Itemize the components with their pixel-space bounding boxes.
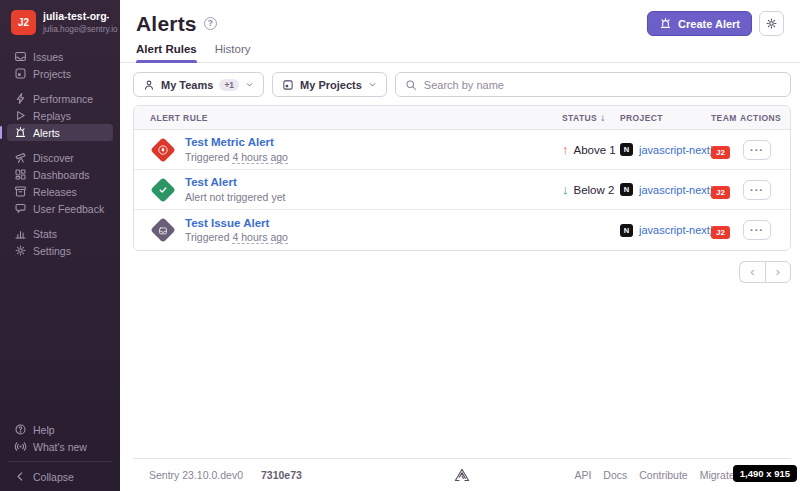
row-actions-button[interactable]: ···	[743, 140, 771, 160]
replays-icon	[14, 109, 27, 122]
bar-chart-icon	[14, 227, 27, 240]
issue-alert-icon	[150, 217, 176, 243]
project-link[interactable]: javascript-nextjs	[639, 184, 718, 196]
pagination: ‹ ›	[133, 261, 791, 283]
help-icon	[14, 423, 27, 436]
sidebar-item-discover[interactable]: Discover	[7, 149, 113, 166]
trend-down-icon: ↓	[562, 183, 569, 196]
gear-icon	[765, 17, 778, 30]
table-row: Test Alert Alert not triggered yet ↓ Bel…	[134, 170, 790, 210]
next-page-button[interactable]: ›	[765, 261, 791, 283]
org-name: julia-test-org-2 …	[43, 10, 109, 22]
sidebar-item-replays[interactable]: Replays	[7, 107, 113, 124]
sidebar-item-whats-new[interactable]: What's new	[7, 438, 113, 455]
page-title: Alerts	[136, 12, 197, 36]
footer-link-docs[interactable]: Docs	[603, 469, 627, 481]
main-content: Alerts ? Create Alert Alert Rules Histor…	[120, 0, 800, 491]
sidebar-item-label: Releases	[33, 186, 77, 198]
column-header-actions: ACTIONS	[740, 113, 774, 123]
alert-rule-link[interactable]: Test Alert	[185, 175, 285, 189]
metric-alert-critical-icon	[150, 137, 176, 163]
project-icon	[282, 79, 294, 91]
team-cell: J2	[711, 141, 740, 159]
sidebar-item-label: Collapse	[33, 471, 74, 483]
sidebar-item-performance[interactable]: Performance	[7, 90, 113, 107]
settings-gear-button[interactable]	[759, 11, 784, 36]
sidebar-item-label: Discover	[33, 152, 74, 164]
telescope-icon	[14, 151, 27, 164]
alert-rule-status-text: Triggered 4 hours ago	[185, 231, 288, 244]
create-alert-label: Create Alert	[678, 18, 740, 30]
siren-icon	[14, 126, 27, 139]
team-badge[interactable]: J2	[711, 186, 730, 199]
previous-page-button[interactable]: ‹	[739, 261, 765, 283]
project-link[interactable]: javascript-nextjs	[639, 224, 718, 236]
gear-icon	[14, 244, 27, 257]
alert-rule-status-text: Alert not triggered yet	[185, 191, 285, 204]
help-icon[interactable]: ?	[204, 17, 217, 30]
releases-icon	[14, 185, 27, 198]
project-link[interactable]: javascript-nextjs	[639, 144, 718, 156]
sidebar-divider	[8, 461, 112, 462]
nextjs-platform-icon: N	[620, 224, 633, 237]
nextjs-platform-icon: N	[620, 183, 633, 196]
team-badge[interactable]: J2	[711, 226, 730, 239]
sidebar-item-collapse[interactable]: Collapse	[7, 468, 113, 485]
trend-up-icon: ↑	[562, 143, 569, 156]
sidebar-item-label: User Feedback	[33, 203, 104, 215]
column-header-status[interactable]: STATUS ↓	[562, 112, 620, 123]
sort-descending-icon: ↓	[600, 112, 605, 123]
sidebar-item-label: Dashboards	[33, 169, 90, 181]
sidebar-item-settings[interactable]: Settings	[7, 242, 113, 259]
sidebar-item-issues[interactable]: Issues	[7, 48, 113, 65]
sidebar-item-dashboards[interactable]: Dashboards	[7, 166, 113, 183]
project-cell: N javascript-nextjs	[620, 183, 711, 196]
status-cell: ↓ Below 2	[562, 183, 620, 196]
my-teams-filter-button[interactable]: My Teams +1	[133, 72, 264, 97]
column-header-project: PROJECT	[620, 113, 711, 123]
nextjs-platform-icon: N	[620, 143, 633, 156]
sidebar-nav: Issues Projects Performance Replays Aler…	[0, 48, 120, 267]
viewport-size-indicator: 1,490 x 915	[733, 465, 797, 482]
search-box[interactable]	[395, 72, 791, 97]
row-actions-button[interactable]: ···	[743, 180, 771, 200]
footer-link-contribute[interactable]: Contribute	[639, 469, 687, 481]
sidebar-item-label: Replays	[33, 110, 71, 122]
my-projects-label: My Projects	[300, 79, 362, 91]
sidebar-item-help[interactable]: Help	[7, 421, 113, 438]
project-cell: N javascript-nextjs	[620, 143, 711, 156]
sidebar-item-projects[interactable]: Projects	[7, 65, 113, 82]
filter-bar: My Teams +1 My Projects	[133, 72, 791, 97]
row-actions-button[interactable]: ···	[743, 220, 771, 240]
sidebar-item-stats[interactable]: Stats	[7, 225, 113, 242]
relative-time[interactable]: 4 hours ago	[232, 151, 287, 164]
sentry-version: Sentry 23.10.0.dev0	[149, 469, 243, 481]
tab-history[interactable]: History	[215, 43, 251, 62]
chevron-down-icon	[368, 80, 377, 89]
alert-resolved-icon	[150, 177, 176, 203]
table-row: Test Issue Alert Triggered 4 hours ago N…	[134, 210, 790, 250]
alert-rule-link[interactable]: Test Issue Alert	[185, 216, 288, 230]
alert-rule-link[interactable]: Test Metric Alert	[185, 135, 288, 149]
search-input[interactable]	[424, 79, 781, 91]
broadcast-icon	[14, 440, 27, 453]
footer-link-api[interactable]: API	[574, 469, 591, 481]
my-teams-label: My Teams	[161, 79, 213, 91]
sidebar-item-label: Alerts	[33, 127, 60, 139]
sidebar-item-releases[interactable]: Releases	[7, 183, 113, 200]
siren-icon	[659, 17, 672, 30]
my-projects-filter-button[interactable]: My Projects	[272, 72, 387, 97]
create-alert-button[interactable]: Create Alert	[647, 11, 752, 36]
project-cell: N javascript-nextjs	[620, 224, 711, 237]
org-email: julia.hoge@sentry.io	[43, 24, 109, 34]
tab-alert-rules[interactable]: Alert Rules	[136, 43, 197, 62]
sidebar-item-label: Stats	[33, 228, 57, 240]
performance-icon	[14, 92, 27, 105]
sidebar-item-user-feedback[interactable]: User Feedback	[7, 200, 113, 217]
relative-time[interactable]: 4 hours ago	[232, 231, 287, 244]
org-switcher[interactable]: J2 julia-test-org-2 … julia.hoge@sentry.…	[0, 10, 120, 35]
search-icon	[405, 79, 417, 91]
team-badge[interactable]: J2	[711, 146, 730, 159]
sidebar-item-alerts[interactable]: Alerts	[7, 124, 113, 141]
build-hash: 7310e73	[261, 469, 302, 481]
